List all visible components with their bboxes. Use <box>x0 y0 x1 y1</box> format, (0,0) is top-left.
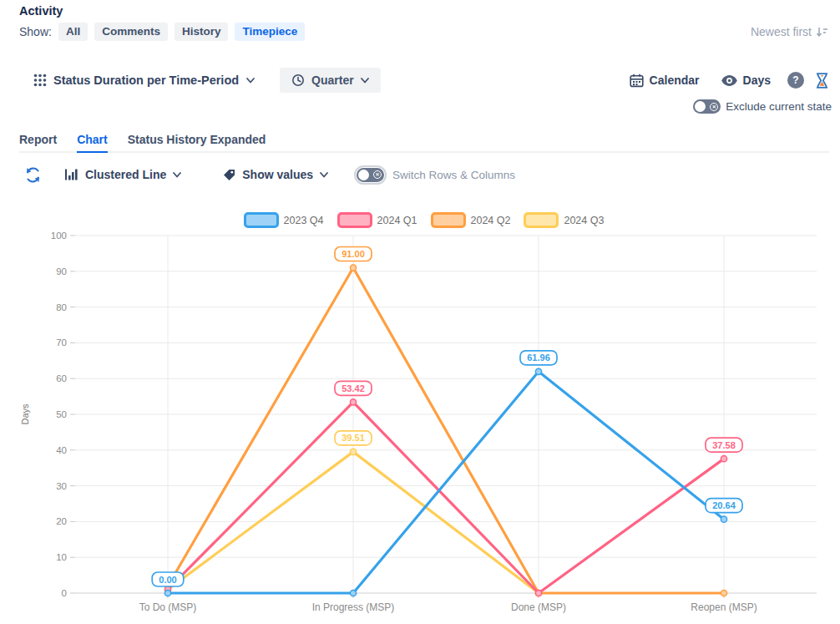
report-tabs: ReportChartStatus History Expanded <box>19 133 829 153</box>
chevron-down-icon <box>246 78 255 84</box>
data-point <box>350 265 356 271</box>
sort-order-label: Newest first <box>751 25 812 38</box>
show-values-dropdown[interactable]: Show values <box>223 168 328 181</box>
help-button[interactable]: ? <box>787 72 804 89</box>
tab-chart[interactable]: Chart <box>77 133 108 153</box>
legend-swatch <box>337 212 372 228</box>
data-point <box>721 516 726 522</box>
exclude-current-state-control: ✕ Exclude current state <box>693 99 832 114</box>
svg-text:40: 40 <box>56 445 67 455</box>
status-duration-chart-block: 2023 Q42024 Q12024 Q22024 Q3 01020304050… <box>17 211 831 624</box>
toggle-x-icon: ✕ <box>710 103 718 111</box>
switch-rows-columns-toggle[interactable]: ✕ <box>357 168 384 182</box>
data-point <box>350 449 356 454</box>
filter-chip-timepiece[interactable]: Timepiece <box>235 23 305 41</box>
data-point <box>721 590 726 596</box>
toggle-x-icon: ✕ <box>373 170 382 179</box>
series-line-2023-Q4 <box>168 372 724 593</box>
value-label: 39.51 <box>342 433 365 443</box>
value-label: 53.42 <box>342 383 365 393</box>
chart-type-dropdown[interactable]: Clustered Line <box>64 168 181 181</box>
period-label: Quarter <box>311 74 354 87</box>
svg-text:60: 60 <box>56 373 67 383</box>
tag-icon <box>223 169 235 181</box>
filter-chip-comments[interactable]: Comments <box>94 23 168 41</box>
sort-descending-icon <box>816 26 828 38</box>
svg-text:100: 100 <box>51 231 67 241</box>
svg-text:0: 0 <box>62 588 67 598</box>
chart-legend: 2023 Q42024 Q12024 Q22024 Q3 <box>17 211 831 229</box>
period-dropdown[interactable]: Quarter <box>280 68 381 93</box>
legend-swatch <box>244 212 279 228</box>
svg-text:90: 90 <box>56 266 67 276</box>
svg-text:20: 20 <box>56 516 67 526</box>
report-type-dropdown[interactable]: Status Duration per Time-Period <box>53 74 255 87</box>
value-label: 37.58 <box>712 440 736 450</box>
svg-text:10: 10 <box>56 552 67 562</box>
chevron-down-icon <box>173 172 181 178</box>
legend-item-2024-q2[interactable]: 2024 Q2 <box>431 212 511 228</box>
bar-chart-icon <box>64 169 78 181</box>
y-axis-title: Days <box>20 403 30 425</box>
chevron-down-icon <box>361 78 369 84</box>
data-point <box>350 590 356 596</box>
calendar-button[interactable]: Calendar <box>630 74 700 88</box>
data-point <box>721 456 726 462</box>
unit-toggle-button[interactable]: Days <box>721 74 771 87</box>
grid-icon <box>33 74 47 87</box>
legend-item-2024-q3[interactable]: 2024 Q3 <box>524 212 604 228</box>
sort-order-button[interactable]: Newest first <box>751 25 828 38</box>
chart-type-label: Clustered Line <box>85 168 166 181</box>
value-label: 0.00 <box>159 575 176 585</box>
data-point <box>164 590 170 596</box>
legend-swatch <box>524 212 559 228</box>
exclude-current-state-label: Exclude current state <box>726 100 832 113</box>
page-title: Activity <box>19 4 63 18</box>
x-axis-label: Done (MSP) <box>511 601 566 613</box>
calendar-label: Calendar <box>650 74 700 87</box>
chart-controls: Clustered Line Show values ✕ Switch Rows… <box>25 164 515 185</box>
x-axis-label: In Progress (MSP) <box>312 601 395 613</box>
data-point <box>350 399 356 405</box>
refresh-button[interactable] <box>25 167 41 183</box>
filter-chips: AllCommentsHistoryTimepiece <box>58 23 305 41</box>
value-label: 91.00 <box>342 249 365 259</box>
series-line-2024-Q2 <box>168 268 724 593</box>
eye-icon <box>721 75 737 86</box>
show-values-label: Show values <box>242 168 313 181</box>
toggle-knob <box>358 170 369 180</box>
report-type-label: Status Duration per Time-Period <box>53 74 239 87</box>
data-point <box>535 368 541 374</box>
toolbar-right-group: Calendar Days ? <box>630 68 828 93</box>
legend-swatch <box>431 212 466 228</box>
value-label: 20.64 <box>712 500 736 510</box>
clock-icon <box>291 74 305 87</box>
timepiece-hourglass-icon[interactable] <box>816 73 828 89</box>
svg-text:80: 80 <box>56 302 67 312</box>
chevron-down-icon <box>320 172 328 178</box>
tab-report[interactable]: Report <box>19 133 57 153</box>
filter-chip-all[interactable]: All <box>58 23 88 41</box>
activity-filter-bar: Show: AllCommentsHistoryTimepiece <box>19 23 305 41</box>
value-label: 61.96 <box>527 353 550 363</box>
svg-text:30: 30 <box>56 481 67 491</box>
legend-label: 2024 Q3 <box>564 215 604 226</box>
exclude-current-state-toggle[interactable]: ✕ <box>693 99 721 114</box>
tab-status-history-expanded[interactable]: Status History Expanded <box>128 133 266 153</box>
calendar-icon <box>630 74 644 88</box>
legend-item-2024-q1[interactable]: 2024 Q1 <box>337 212 417 228</box>
unit-label: Days <box>743 74 771 87</box>
legend-label: 2024 Q2 <box>471 215 511 226</box>
legend-item-2023-q4[interactable]: 2023 Q4 <box>244 212 324 228</box>
activity-panel: { "header": { "title": "Activity", "show… <box>0 0 840 624</box>
x-axis-label: Reopen (MSP) <box>691 601 757 613</box>
svg-text:50: 50 <box>56 409 67 419</box>
question-mark-glyph: ? <box>792 74 798 86</box>
filter-chip-history[interactable]: History <box>175 23 229 41</box>
legend-label: 2023 Q4 <box>284 215 324 226</box>
data-point <box>535 590 541 596</box>
status-duration-line-chart: 0102030405060708090100To Do (MSP)In Prog… <box>17 231 831 624</box>
svg-text:70: 70 <box>56 337 67 348</box>
x-axis-label: To Do (MSP) <box>139 601 197 613</box>
switch-rows-columns-label: Switch Rows & Columns <box>392 169 515 181</box>
